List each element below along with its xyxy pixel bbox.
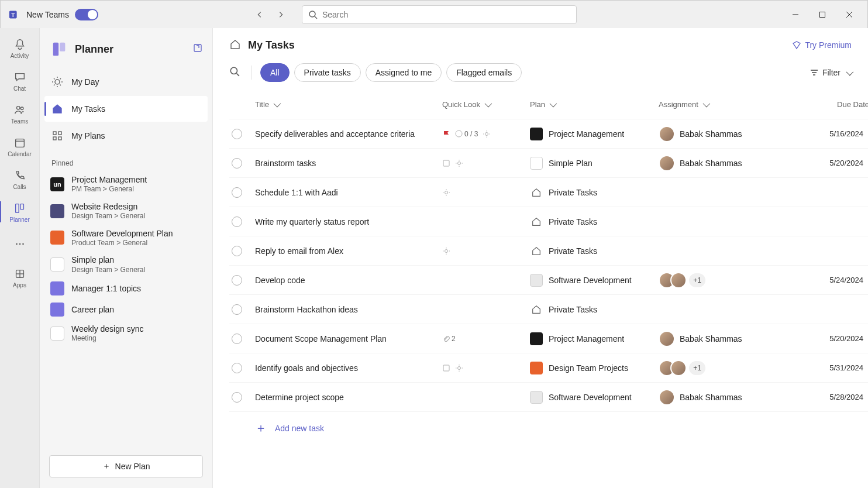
complete-checkbox[interactable] (232, 334, 242, 344)
filter-chip-private-tasks[interactable]: Private tasks (294, 63, 361, 82)
complete-checkbox[interactable] (232, 129, 242, 139)
table-row[interactable]: Reply to email from Alex Private Tasks (229, 236, 868, 266)
assignment-cell[interactable]: Babak Shammas (659, 331, 805, 347)
plan-cell[interactable]: Private Tasks (530, 186, 659, 199)
assignment-cell[interactable]: Babak Shammas (659, 155, 805, 171)
table-row[interactable]: Brainstorm Hackathon ideas Private Tasks (229, 295, 868, 324)
task-title[interactable]: Develop code (255, 276, 442, 285)
table-row[interactable]: Write my quarterly status report Private… (229, 207, 868, 236)
plan-cell[interactable]: Software Development (530, 391, 659, 404)
rail-planner[interactable]: Planner (0, 195, 40, 228)
plan-cell[interactable]: Project Management (530, 332, 659, 345)
complete-checkbox[interactable] (232, 304, 242, 315)
assignment-cell[interactable]: Babak Shammas (659, 389, 805, 405)
plan-cell[interactable]: Private Tasks (530, 245, 659, 257)
plan-cell[interactable]: Simple Plan (530, 157, 659, 170)
rail-calendar[interactable]: Calendar (0, 130, 40, 163)
col-quicklook[interactable]: Quick Look (442, 100, 530, 109)
search-icon (308, 10, 318, 19)
pinned-item[interactable]: unProject ManagementPM Team > General (40, 171, 212, 198)
plan-icon (530, 157, 543, 170)
pinned-item[interactable]: Simple planDesign Team > General (40, 251, 212, 278)
rail-calls[interactable]: Calls (0, 163, 40, 195)
new-teams-toggle[interactable] (75, 9, 98, 20)
pinned-item[interactable]: Weekly design syncMeeting (40, 320, 212, 347)
task-title[interactable]: Reply to email from Alex (255, 246, 442, 256)
table-row[interactable]: Develop code Software Development +1 5/2… (229, 266, 868, 295)
nav-my-plans[interactable]: My Plans (44, 123, 208, 149)
col-title[interactable]: Title (255, 100, 442, 109)
close-button[interactable] (836, 5, 863, 24)
task-title[interactable]: Brainstorm Hackathon ideas (255, 305, 442, 314)
complete-checkbox[interactable] (232, 392, 242, 403)
complete-checkbox[interactable] (232, 363, 242, 373)
filter-chip-assigned-to-me[interactable]: Assigned to me (366, 63, 442, 82)
complete-checkbox[interactable] (232, 216, 242, 227)
calendar-icon (13, 136, 27, 150)
col-plan[interactable]: Plan (530, 100, 659, 109)
popout-button[interactable] (192, 43, 203, 56)
task-title[interactable]: Determine project scope (255, 393, 442, 402)
col-assignment[interactable]: Assignment (659, 100, 805, 109)
maximize-button[interactable] (809, 5, 836, 24)
nav-my-tasks[interactable]: My Tasks (44, 96, 208, 122)
search-input[interactable] (322, 10, 570, 19)
rail-teams[interactable]: Teams (0, 97, 40, 130)
assignment-cell[interactable]: +1 (659, 272, 805, 288)
forward-button[interactable] (271, 5, 290, 24)
pinned-item[interactable]: Career plan (40, 299, 212, 320)
pinned-item[interactable]: Software Development PlanProduct Team > … (40, 225, 212, 252)
task-title[interactable]: Identify goals and objectives (255, 363, 442, 373)
plan-name: Project Management (549, 129, 624, 139)
try-premium-link[interactable]: Try Premium (792, 40, 852, 50)
task-title[interactable]: Brainstorm tasks (255, 159, 442, 168)
task-title[interactable]: Schedule 1:1 with Aadi (255, 188, 442, 197)
svg-line-26 (54, 78, 55, 80)
back-button[interactable] (250, 5, 269, 24)
rail-label: Calendar (8, 151, 32, 157)
minimize-button[interactable] (782, 5, 809, 24)
search-tasks-button[interactable] (229, 66, 240, 79)
task-title[interactable]: Write my quarterly status report (255, 217, 442, 226)
plan-name: Private Tasks (549, 188, 597, 197)
rail-more[interactable] (0, 228, 40, 261)
complete-checkbox[interactable] (232, 246, 242, 256)
complete-checkbox[interactable] (232, 275, 242, 286)
table-row[interactable]: Specify deliverables and acceptance crit… (229, 119, 868, 149)
complete-checkbox[interactable] (232, 158, 242, 169)
add-task-button[interactable]: ＋ Add new task (229, 412, 868, 444)
pinned-item[interactable]: Website RedesignDesign Team > General (40, 198, 212, 225)
filter-chip-all[interactable]: All (260, 63, 290, 82)
task-title[interactable]: Specify deliverables and acceptance crit… (255, 129, 442, 139)
plan-cell[interactable]: Software Development (530, 274, 659, 287)
plan-sub: Design Team > General (71, 266, 145, 275)
table-row[interactable]: Brainstorm tasks Simple Plan Babak Shamm… (229, 149, 868, 178)
col-duedate[interactable]: Due Date (805, 100, 868, 109)
nav-my-day[interactable]: My Day (44, 69, 208, 95)
sidebar-title: Planner (75, 43, 113, 56)
chevron-down-icon (547, 100, 555, 109)
search-box[interactable] (302, 5, 577, 24)
plan-cell[interactable]: Private Tasks (530, 303, 659, 316)
rail-chat[interactable]: Chat (0, 64, 40, 97)
table-row[interactable]: Document Scope Management Plan 2 Project… (229, 324, 868, 353)
table-row[interactable]: Schedule 1:1 with Aadi Private Tasks (229, 178, 868, 207)
teams-logo-icon: T (8, 8, 22, 22)
rail-apps[interactable]: Apps (0, 261, 40, 294)
table-row[interactable]: Determine project scope Software Develop… (229, 383, 868, 412)
plan-cell[interactable]: Project Management (530, 128, 659, 140)
plan-cell[interactable]: Private Tasks (530, 215, 659, 228)
plan-cell[interactable]: Design Team Projects (530, 362, 659, 374)
complete-checkbox[interactable] (232, 187, 242, 198)
filter-button[interactable]: Filter (810, 68, 852, 77)
filter-chip-flagged-emails[interactable]: Flagged emails (446, 63, 522, 82)
pinned-item[interactable]: Manager 1:1 topics (40, 278, 212, 299)
assignment-cell[interactable]: +1 (659, 360, 805, 376)
new-plan-button[interactable]: ＋ New Plan (49, 455, 203, 477)
assignment-cell[interactable]: Babak Shammas (659, 126, 805, 142)
task-title[interactable]: Document Scope Management Plan (255, 334, 442, 343)
table-row[interactable]: Identify goals and objectives Design Tea… (229, 353, 868, 383)
svg-point-59 (458, 366, 461, 369)
rail-activity[interactable]: Activity (0, 32, 40, 64)
assignee-name: Babak Shammas (680, 393, 742, 402)
